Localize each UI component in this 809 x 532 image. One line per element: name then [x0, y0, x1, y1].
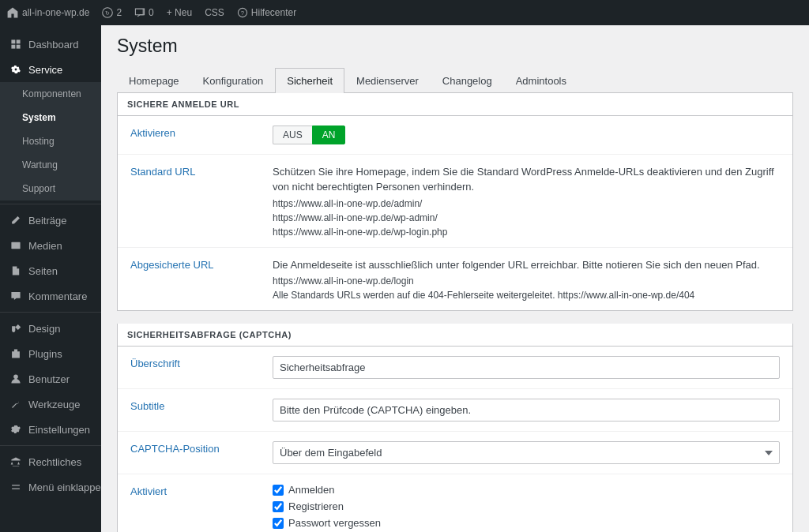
- sidebar-label-collapse: Menü einklappen: [28, 481, 107, 493]
- comments-item[interactable]: 0: [134, 7, 154, 18]
- sidebar-label-seiten: Seiten: [28, 265, 58, 277]
- field-subtitle: [273, 399, 780, 421]
- label-aktiviert: Aktiviert: [130, 484, 273, 497]
- checkbox-row-passwort: Passwort vergessen: [273, 517, 780, 529]
- section-header-captcha: SICHERHEITSABFRAGE (CAPTCHA): [118, 324, 792, 347]
- section-captcha: SICHERHEITSABFRAGE (CAPTCHA) Überschrift…: [117, 324, 793, 532]
- sidebar-label-benutzer: Benutzer: [28, 373, 70, 385]
- field-standard-url: Schützen Sie ihre Homepage, indem Sie di…: [273, 164, 780, 238]
- row-captcha-position: CAPTCHA-Position Über dem Eingabefeld Un…: [118, 432, 792, 474]
- main-content: System Homepage Konfiguration Sicherheit…: [101, 25, 809, 532]
- field-captcha-position: Über dem Eingabefeld Unter dem Eingabefe…: [273, 441, 780, 464]
- input-subtitle[interactable]: [273, 399, 780, 421]
- nav-tabs: Homepage Konfiguration Sicherheit Medien…: [117, 68, 793, 93]
- checkbox-row-registrieren: Registrieren: [273, 500, 780, 512]
- field-ueberschrift: [273, 356, 780, 379]
- abgesicherte-url-note: Alle Standards URLs werden auf die 404-F…: [273, 290, 780, 301]
- sidebar-item-system[interactable]: System: [0, 106, 101, 129]
- label-aktivieren: Aktivieren: [130, 126, 273, 139]
- sidebar-divider-1: [0, 204, 101, 204]
- svg-text:?: ?: [241, 9, 244, 17]
- row-aktiviert: Aktiviert Anmelden Registrieren Passw: [118, 474, 792, 532]
- tool-icon: [9, 398, 22, 410]
- checkbox-passwort[interactable]: [273, 518, 284, 529]
- sidebar-item-einstellungen[interactable]: Einstellungen: [0, 417, 101, 442]
- tab-konfiguration[interactable]: Konfiguration: [191, 68, 276, 93]
- svg-rect-7: [17, 45, 21, 49]
- sidebar-label-service: Service: [28, 64, 62, 76]
- sidebar-item-plugins[interactable]: Plugins: [0, 341, 101, 366]
- sidebar-item-komponenten[interactable]: Komponenten: [0, 82, 101, 106]
- sidebar-item-dashboard[interactable]: Dashboard: [0, 32, 101, 57]
- design-icon: [9, 322, 22, 335]
- label-standard-url: Standard URL: [130, 164, 273, 178]
- tab-medienserver[interactable]: Medienserver: [344, 68, 431, 93]
- sidebar-item-kommentare[interactable]: Kommentare: [0, 283, 101, 309]
- checkbox-registrieren[interactable]: [273, 501, 284, 512]
- sidebar-label-support: Support: [22, 183, 55, 194]
- checkbox-row-anmelden: Anmelden: [273, 484, 780, 496]
- label-checkbox-registrieren: Registrieren: [288, 500, 344, 512]
- sidebar-item-design[interactable]: Design: [0, 316, 101, 341]
- sidebar-label-komponenten: Komponenten: [22, 88, 81, 99]
- sidebar-label-werkzeuge: Werkzeuge: [28, 399, 81, 410]
- standard-url-1: https://www.all-in-one-wp.de/admin/: [273, 198, 780, 209]
- sidebar-item-support[interactable]: Support: [0, 177, 101, 200]
- sidebar-label-rechtliches: Rechtliches: [28, 456, 81, 468]
- sidebar-label-wartung: Wartung: [22, 159, 58, 170]
- sidebar-label-design: Design: [28, 323, 60, 335]
- media-icon: [9, 239, 22, 252]
- updates-item[interactable]: ↻ 2: [102, 7, 122, 18]
- sidebar-label-system: System: [22, 112, 56, 123]
- sidebar-item-medien[interactable]: Medien: [0, 233, 101, 258]
- section-header-secure-login: SICHERE ANMELDE URL: [118, 93, 792, 116]
- tab-sicherheit[interactable]: Sicherheit: [275, 68, 344, 93]
- toggle-off-button[interactable]: AUS: [273, 126, 312, 144]
- site-name: all-in-one-wp.de: [22, 7, 89, 18]
- legal-icon: [9, 455, 22, 468]
- tab-homepage[interactable]: Homepage: [117, 68, 191, 93]
- svg-point-12: [13, 374, 18, 379]
- sidebar-item-collapse[interactable]: Menü einklappen: [0, 474, 101, 500]
- help-item[interactable]: ? Hilfecenter: [237, 7, 296, 18]
- label-checkbox-anmelden: Anmelden: [288, 484, 335, 496]
- tab-admintools[interactable]: Admintools: [504, 68, 578, 93]
- page-title: System: [117, 35, 793, 58]
- sidebar-item-seiten[interactable]: Seiten: [0, 258, 101, 283]
- dashboard-icon: [9, 38, 22, 51]
- input-ueberschrift[interactable]: [273, 356, 780, 379]
- row-aktivieren: Aktivieren AUS AN: [118, 116, 792, 155]
- user-icon: [9, 373, 22, 385]
- row-subtitle: Subtitle: [118, 389, 792, 432]
- sidebar-item-hosting[interactable]: Hosting: [0, 129, 101, 153]
- abgesicherte-url-value: https://www.all-in-one-wp.de/login: [273, 275, 780, 287]
- sidebar: Dashboard Service Komponenten System Hos…: [0, 25, 101, 532]
- select-captcha-position[interactable]: Über dem Eingabefeld Unter dem Eingabefe…: [273, 441, 780, 464]
- sidebar-item-wartung[interactable]: Wartung: [0, 153, 101, 177]
- toggle-on-button[interactable]: AN: [312, 126, 346, 144]
- sidebar-item-service[interactable]: Service: [0, 57, 101, 82]
- sidebar-submenu-service: Komponenten System Hosting Wartung Suppo…: [0, 82, 101, 200]
- label-subtitle: Subtitle: [130, 399, 273, 412]
- sidebar-item-benutzer[interactable]: Benutzer: [0, 366, 101, 392]
- site-home[interactable]: all-in-one-wp.de: [6, 6, 89, 19]
- sidebar-label-kommentare: Kommentare: [28, 290, 87, 302]
- label-abgesicherte-url: Abgesicherte URL: [130, 257, 273, 271]
- section-body-captcha: Überschrift Subtitle CAPTCHA-Position: [118, 347, 792, 532]
- svg-rect-6: [11, 45, 15, 49]
- new-item[interactable]: + Neu: [167, 7, 192, 18]
- css-item[interactable]: CSS: [205, 7, 224, 18]
- tab-changelog[interactable]: Changelog: [431, 68, 504, 93]
- field-aktiviert: Anmelden Registrieren Passwort vergessen: [273, 484, 780, 532]
- row-abgesicherte-url: Abgesicherte URL Die Anmeldeseite ist au…: [118, 248, 792, 311]
- sidebar-label-dashboard: Dashboard: [28, 39, 79, 51]
- checkbox-anmelden[interactable]: [273, 485, 284, 496]
- standard-url-2: https://www.all-in-one-wp.de/wp-admin/: [273, 212, 780, 223]
- sidebar-item-beitraege[interactable]: Beiträge: [0, 208, 101, 233]
- label-checkbox-passwort: Passwort vergessen: [288, 517, 381, 529]
- svg-rect-5: [17, 39, 21, 43]
- sidebar-item-werkzeuge[interactable]: Werkzeuge: [0, 392, 101, 417]
- sidebar-item-rechtliches[interactable]: Rechtliches: [0, 449, 101, 474]
- section-body-secure-login: Aktivieren AUS AN Standard URL Schützen …: [118, 116, 792, 311]
- field-abgesicherte-url: Die Anmeldeseite ist ausschließlich unte…: [273, 257, 780, 302]
